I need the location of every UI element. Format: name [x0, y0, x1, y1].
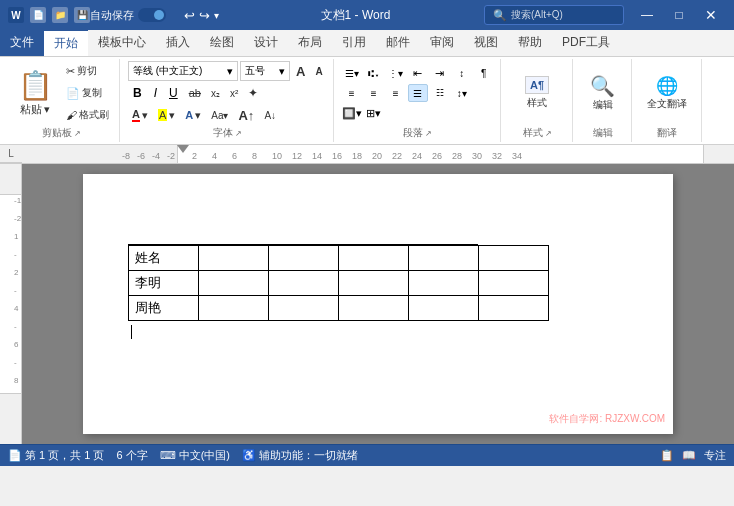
tab-mail[interactable]: 邮件: [376, 30, 420, 56]
open-icon[interactable]: 📁: [52, 7, 68, 23]
indent-increase-button[interactable]: ⇥: [430, 64, 450, 82]
translate-button[interactable]: 🌐 全文翻译: [640, 66, 695, 120]
focus-button[interactable]: 专注: [704, 448, 726, 463]
list-multi-button[interactable]: ⋮▾: [386, 64, 406, 82]
shading-button[interactable]: 🔲▾: [342, 104, 362, 122]
tab-insert[interactable]: 插入: [156, 30, 200, 56]
justify-expand-button[interactable]: ☷: [430, 84, 450, 102]
clipboard-expand[interactable]: ↗: [74, 129, 81, 138]
font-decrease[interactable]: A: [311, 61, 326, 81]
table-cell[interactable]: 李明: [129, 271, 199, 296]
table-cell[interactable]: [199, 271, 269, 296]
autosave-icon[interactable]: 💾: [74, 7, 90, 23]
tab-draw[interactable]: 绘图: [200, 30, 244, 56]
paste-label[interactable]: 粘贴 ▾: [20, 102, 50, 117]
italic-button[interactable]: I: [149, 83, 162, 103]
page-content[interactable]: 姓名 李明: [83, 174, 673, 434]
subscript-button[interactable]: x₂: [207, 83, 224, 103]
tab-pdf[interactable]: PDF工具: [552, 30, 620, 56]
maximize-button[interactable]: □: [664, 5, 694, 25]
table-cell[interactable]: [199, 246, 269, 271]
toggle-switch[interactable]: [138, 8, 166, 22]
editing-button[interactable]: 🔍 编辑: [581, 66, 625, 120]
autosave-toggle[interactable]: 自动保存: [90, 8, 166, 23]
table-cell[interactable]: [409, 271, 479, 296]
accessibility[interactable]: ♿ 辅助功能：一切就绪: [242, 448, 358, 463]
strikethrough-button[interactable]: ab: [185, 83, 205, 103]
tab-file[interactable]: 文件: [0, 30, 44, 56]
font-shrink-button[interactable]: A↓: [260, 105, 280, 125]
redo-button[interactable]: ↪: [199, 8, 210, 23]
word-icon[interactable]: W: [8, 7, 24, 23]
close-button[interactable]: ✕: [696, 5, 726, 25]
table-cell[interactable]: [269, 271, 339, 296]
text-effect-button[interactable]: A▾: [181, 105, 205, 125]
language[interactable]: ⌨ 中文(中国): [160, 448, 230, 463]
font-color-button[interactable]: A▾: [128, 105, 152, 125]
show-format-button[interactable]: ¶: [474, 64, 494, 82]
tab-indicator[interactable]: L: [0, 145, 22, 163]
copy-button[interactable]: 📄 复制: [62, 83, 113, 103]
minimize-button[interactable]: —: [632, 5, 662, 25]
font-name-selector[interactable]: 等线 (中文正文) ▾: [128, 61, 238, 81]
table-cell[interactable]: [269, 246, 339, 271]
table-cell[interactable]: [339, 246, 409, 271]
font-increase[interactable]: A: [292, 61, 309, 81]
align-center-button[interactable]: ≡: [364, 84, 384, 102]
new-icon[interactable]: 📄: [30, 7, 46, 23]
page-info[interactable]: 📄 第 1 页，共 1 页: [8, 448, 104, 463]
font-grow-button[interactable]: A↑: [234, 105, 258, 125]
tab-layout[interactable]: 布局: [288, 30, 332, 56]
styles-expand[interactable]: ↗: [545, 129, 552, 138]
table-cell[interactable]: [479, 296, 549, 321]
indent-marker[interactable]: [177, 145, 189, 153]
document-scroll-area[interactable]: 姓名 李明: [22, 164, 734, 444]
border-button[interactable]: ⊞▾: [364, 104, 384, 122]
table-cell[interactable]: 姓名: [129, 246, 199, 271]
font-expand[interactable]: ↗: [235, 129, 242, 138]
table-cell[interactable]: [339, 271, 409, 296]
align-left-button[interactable]: ≡: [342, 84, 362, 102]
align-right-button[interactable]: ≡: [386, 84, 406, 102]
underline-button[interactable]: U: [164, 83, 183, 103]
search-box[interactable]: 🔍 搜索(Alt+Q): [484, 5, 624, 25]
font-size-selector[interactable]: 五号 ▾: [240, 61, 290, 81]
line-spacing-button[interactable]: ↕▾: [452, 84, 472, 102]
clear-format-button[interactable]: ✦: [244, 83, 262, 103]
cut-button[interactable]: ✂ 剪切: [62, 61, 113, 81]
list-number-button[interactable]: ⑆▾: [364, 64, 384, 82]
sort-button[interactable]: ↕: [452, 64, 472, 82]
tab-review[interactable]: 审阅: [420, 30, 464, 56]
paste-button[interactable]: 📋 粘贴 ▾: [10, 66, 60, 120]
undo-button[interactable]: ↩: [184, 8, 195, 23]
superscript-button[interactable]: x²: [226, 83, 242, 103]
bold-button[interactable]: B: [128, 83, 147, 103]
highlight-color-button[interactable]: A▾: [154, 105, 179, 125]
view-normal-button[interactable]: 📋: [660, 449, 674, 462]
tab-design[interactable]: 设计: [244, 30, 288, 56]
table-cell[interactable]: [199, 296, 269, 321]
table-cell[interactable]: [409, 246, 479, 271]
tab-reference[interactable]: 引用: [332, 30, 376, 56]
table-cell[interactable]: [409, 296, 479, 321]
table-cell[interactable]: [479, 246, 549, 271]
view-read-button[interactable]: 📖: [682, 449, 696, 462]
tab-template[interactable]: 模板中心: [88, 30, 156, 56]
word-table[interactable]: 姓名 李明: [128, 245, 549, 321]
table-cell[interactable]: [479, 271, 549, 296]
tab-home[interactable]: 开始: [44, 29, 88, 56]
word-count[interactable]: 6 个字: [116, 448, 147, 463]
table-cell[interactable]: [339, 296, 409, 321]
styles-button[interactable]: A¶ 样式: [515, 66, 559, 120]
format-painter-button[interactable]: 🖌 格式刷: [62, 105, 113, 125]
table-cell[interactable]: [269, 296, 339, 321]
tab-help[interactable]: 帮助: [508, 30, 552, 56]
list-bullet-button[interactable]: ☰▾: [342, 64, 362, 82]
align-justify-button[interactable]: ☰: [408, 84, 428, 102]
table-cell[interactable]: 周艳: [129, 296, 199, 321]
char-case-button[interactable]: Aa▾: [207, 105, 232, 125]
indent-decrease-button[interactable]: ⇤: [408, 64, 428, 82]
tab-view[interactable]: 视图: [464, 30, 508, 56]
para-expand[interactable]: ↗: [425, 129, 432, 138]
expand-button[interactable]: ▾: [214, 10, 219, 21]
